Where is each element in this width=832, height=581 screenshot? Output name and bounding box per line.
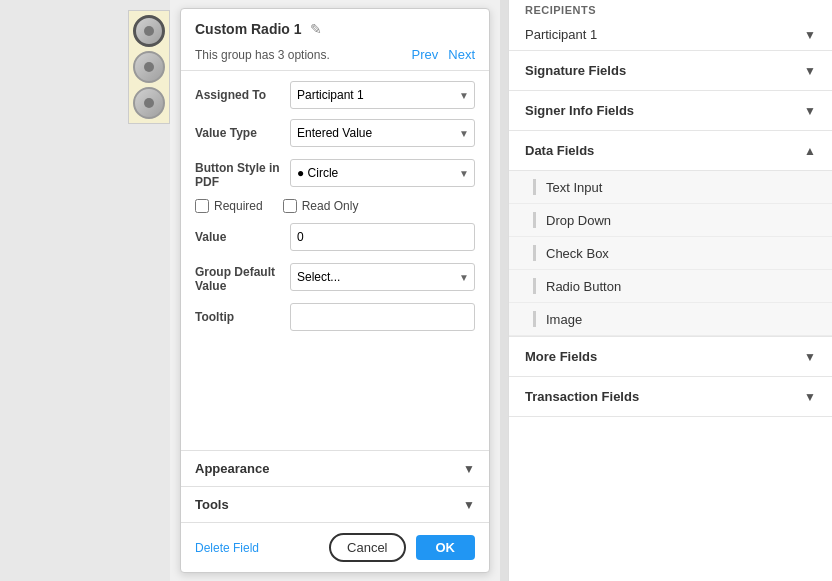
button-style-row: Button Style in PDF ● Circle ■ Square ★ … (195, 157, 475, 189)
image-item[interactable]: Image (509, 303, 832, 336)
tooltip-row: Tooltip (195, 303, 475, 331)
group-default-row: Group Default Value Select... ▼ (195, 261, 475, 293)
group-default-wrapper: Select... ▼ (290, 263, 475, 291)
assigned-to-wrapper: Participant 1 Participant 2 ▼ (290, 81, 475, 109)
tools-header[interactable]: Tools ▼ (181, 487, 489, 522)
delete-field-link[interactable]: Delete Field (195, 541, 319, 555)
ok-button[interactable]: OK (416, 535, 476, 560)
more-fields-arrow: ▼ (804, 350, 816, 364)
recipient-name: Participant 1 (525, 27, 597, 42)
appearance-label: Appearance (195, 461, 269, 476)
radio-button-bar (533, 278, 536, 294)
button-style-wrapper: ● Circle ■ Square ★ Star ▼ (290, 159, 475, 187)
read-only-label: Read Only (302, 199, 359, 213)
next-link[interactable]: Next (448, 47, 475, 62)
signer-info-title: Signer Info Fields (525, 103, 634, 118)
button-style-select[interactable]: ● Circle ■ Square ★ Star (290, 159, 475, 187)
data-fields-section: Data Fields ▲ Text Input Drop Down Check… (509, 131, 832, 337)
value-type-select[interactable]: Entered Value Custom Value (290, 119, 475, 147)
check-box-label: Check Box (546, 246, 609, 261)
signer-info-header[interactable]: Signer Info Fields ▼ (509, 91, 832, 130)
left-panel (0, 0, 170, 581)
required-label: Required (214, 199, 263, 213)
signature-fields-title: Signature Fields (525, 63, 626, 78)
group-info: This group has 3 options. (195, 48, 330, 62)
prev-link[interactable]: Prev (412, 47, 439, 62)
assigned-to-select[interactable]: Participant 1 Participant 2 (290, 81, 475, 109)
data-fields-title: Data Fields (525, 143, 594, 158)
check-box-item[interactable]: Check Box (509, 237, 832, 270)
tools-accordion: Tools ▼ (181, 486, 489, 522)
right-panel: RECIPIENTS Participant 1 ▼ Signature Fie… (508, 0, 832, 581)
tooltip-input[interactable] (290, 303, 475, 331)
text-input-label: Text Input (546, 180, 602, 195)
cancel-button[interactable]: Cancel (329, 533, 405, 562)
more-fields-title: More Fields (525, 349, 597, 364)
more-fields-header[interactable]: More Fields ▼ (509, 337, 832, 376)
assigned-to-label: Assigned To (195, 88, 290, 102)
custom-radio-modal: Custom Radio 1 ✎ This group has 3 option… (180, 8, 490, 573)
signature-fields-arrow: ▼ (804, 64, 816, 78)
modal-title: Custom Radio 1 (195, 21, 302, 37)
appearance-accordion: Appearance ▼ (181, 450, 489, 486)
drop-down-item[interactable]: Drop Down (509, 204, 832, 237)
value-label: Value (195, 230, 290, 244)
button-style-label: Button Style in PDF (195, 157, 290, 189)
data-fields-items: Text Input Drop Down Check Box Radio But… (509, 170, 832, 336)
recipients-label: RECIPIENTS (509, 0, 612, 20)
read-only-checkbox-item[interactable]: Read Only (283, 199, 359, 213)
text-input-item[interactable]: Text Input (509, 171, 832, 204)
recipients-section: RECIPIENTS Participant 1 ▼ (509, 0, 832, 51)
required-checkbox-item[interactable]: Required (195, 199, 263, 213)
transaction-fields-title: Transaction Fields (525, 389, 639, 404)
tools-label: Tools (195, 497, 229, 512)
checkbox-row: Required Read Only (195, 199, 475, 213)
scroll-divider (500, 0, 508, 581)
required-checkbox[interactable] (195, 199, 209, 213)
transaction-fields-section: Transaction Fields ▼ (509, 377, 832, 417)
image-label: Image (546, 312, 582, 327)
value-type-wrapper: Entered Value Custom Value ▼ (290, 119, 475, 147)
modal-footer: Delete Field Cancel OK (181, 522, 489, 572)
more-fields-section: More Fields ▼ (509, 337, 832, 377)
group-default-select[interactable]: Select... (290, 263, 475, 291)
signer-info-section: Signer Info Fields ▼ (509, 91, 832, 131)
form-body: Assigned To Participant 1 Participant 2 … (181, 71, 489, 450)
radio-button-1[interactable] (133, 15, 165, 47)
radio-button-item[interactable]: Radio Button (509, 270, 832, 303)
value-type-label: Value Type (195, 126, 290, 140)
appearance-arrow: ▼ (463, 462, 475, 476)
radio-button-3[interactable] (133, 87, 165, 119)
appearance-header[interactable]: Appearance ▼ (181, 451, 489, 486)
radio-group (128, 10, 170, 124)
tools-arrow: ▼ (463, 498, 475, 512)
signature-fields-section: Signature Fields ▼ (509, 51, 832, 91)
value-input[interactable] (290, 223, 475, 251)
assigned-to-row: Assigned To Participant 1 Participant 2 … (195, 81, 475, 109)
tooltip-label: Tooltip (195, 310, 290, 324)
value-type-row: Value Type Entered Value Custom Value ▼ (195, 119, 475, 147)
signer-info-arrow: ▼ (804, 104, 816, 118)
radio-button-label: Radio Button (546, 279, 621, 294)
transaction-fields-arrow: ▼ (804, 390, 816, 404)
recipient-item: Participant 1 ▼ (509, 19, 832, 50)
modal-header: Custom Radio 1 ✎ This group has 3 option… (181, 9, 489, 71)
drop-down-bar (533, 212, 536, 228)
edit-icon[interactable]: ✎ (310, 21, 322, 37)
transaction-fields-header[interactable]: Transaction Fields ▼ (509, 377, 832, 416)
drop-down-label: Drop Down (546, 213, 611, 228)
recipient-arrow[interactable]: ▼ (804, 28, 816, 42)
value-row: Value (195, 223, 475, 251)
image-bar (533, 311, 536, 327)
signature-fields-header[interactable]: Signature Fields ▼ (509, 51, 832, 90)
check-box-bar (533, 245, 536, 261)
read-only-checkbox[interactable] (283, 199, 297, 213)
text-input-bar (533, 179, 536, 195)
data-fields-header[interactable]: Data Fields ▲ (509, 131, 832, 170)
data-fields-arrow: ▲ (804, 144, 816, 158)
radio-button-2[interactable] (133, 51, 165, 83)
group-default-label: Group Default Value (195, 261, 290, 293)
